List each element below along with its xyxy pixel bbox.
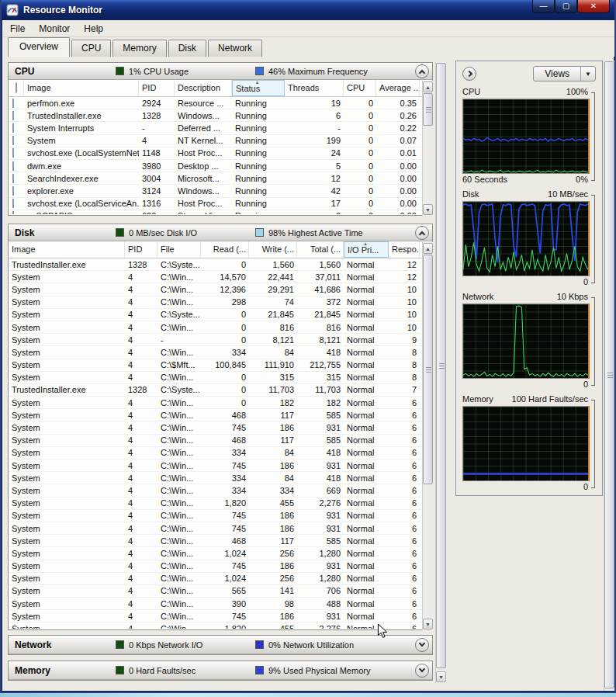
cpu-column-header-average[interactable]: Average ... <box>376 80 420 96</box>
window-right-scrollbar-thumb[interactable] <box>604 61 614 688</box>
cell-total: 931 <box>297 524 344 533</box>
cell-cpu: 0 <box>344 211 376 214</box>
row-checkbox[interactable] <box>12 148 14 158</box>
disk-collapse-button[interactable] <box>415 226 429 240</box>
cpu-section-header[interactable]: CPU 1% CPU Usage 46% Maximum Frequency <box>9 63 432 80</box>
cell-image: explorer.exe <box>24 186 139 196</box>
cell-description: Resource ... <box>175 99 232 108</box>
scrollbar-grip <box>426 109 431 110</box>
row-checkbox[interactable] <box>12 111 14 120</box>
cell-io-priority: Normal <box>344 435 389 445</box>
views-button-label: Views <box>534 68 580 79</box>
disk-column-header-read[interactable]: Read (... <box>201 241 249 258</box>
cell-description: Desktop ... <box>175 161 232 171</box>
disk-column-header-response[interactable]: Respo... <box>389 241 420 258</box>
cell-image: TrustedInstaller.exe <box>9 385 125 394</box>
disk-column-header-total[interactable]: Total (... <box>297 241 344 258</box>
left-pane-scrollbar-thumb[interactable] <box>436 63 446 668</box>
cell-read: 0 <box>201 260 249 269</box>
cell-image: System <box>9 586 125 595</box>
row-checkbox[interactable] <box>12 174 14 183</box>
cell-threads: 19 <box>285 99 344 108</box>
menu-item-help[interactable]: Help <box>77 22 110 36</box>
cpu-column-header-status[interactable]: ▴Status <box>232 80 285 96</box>
disk-column-header-write[interactable]: Write (... <box>249 241 297 258</box>
cpu-column-header-pid[interactable]: PID <box>139 80 175 96</box>
network-expand-button[interactable] <box>415 638 429 652</box>
cpu-graph-title: CPU <box>462 87 480 99</box>
disk-column-header-file[interactable]: File <box>157 241 201 258</box>
tab-memory[interactable]: Memory <box>112 40 166 57</box>
disk-column-header-io-priority[interactable]: ▴I/O Pri... <box>344 241 389 258</box>
row-checkbox[interactable] <box>12 199 14 208</box>
maximize-button[interactable]: ▢ <box>555 0 577 13</box>
minimize-button[interactable]: — <box>532 0 555 13</box>
network-section-header[interactable]: Network 0 Kbps Network I/O 0% Network Ut… <box>9 636 432 654</box>
window-right-scrollbar[interactable] <box>604 61 614 691</box>
row-checkbox[interactable] <box>12 99 14 108</box>
cell-pid: 4 <box>125 398 157 407</box>
cell-image: System <box>9 498 125 508</box>
tab-overview[interactable]: Overview <box>8 37 70 57</box>
cell-file: - <box>157 335 201 345</box>
cpu-usage-swatch <box>116 67 124 75</box>
menu-item-file[interactable]: File <box>3 22 32 36</box>
row-checkbox[interactable] <box>12 211 14 214</box>
chevron-down-icon <box>419 640 425 646</box>
row-checkbox[interactable] <box>12 161 14 171</box>
cell-write: 186 <box>249 561 297 570</box>
memory-section-title: Memory <box>15 665 116 676</box>
cpu-select-all-column[interactable] <box>9 80 24 96</box>
cpu-column-header-description[interactable]: Description <box>175 80 232 96</box>
cpu-table-scrollbar[interactable]: ▲ ▼ <box>422 81 433 216</box>
tab-cpu[interactable]: CPU <box>71 40 111 57</box>
memory-section-header[interactable]: Memory 0 Hard Faults/sec 9% Used Physica… <box>9 661 432 680</box>
tab-disk[interactable]: Disk <box>168 40 206 57</box>
cpu-table-row: SearchIndexer.exe 3004 Microsoft... Runn… <box>9 172 423 185</box>
views-button[interactable]: Views ▼ <box>533 66 596 81</box>
scroll-down-icon[interactable]: ▼ <box>423 204 433 215</box>
cell-cpu: 0 <box>344 174 376 183</box>
cell-io-priority: Normal <box>344 486 389 495</box>
cell-file: C:\Win... <box>157 461 201 470</box>
tab-network[interactable]: Network <box>208 40 262 57</box>
views-dropdown-arrow-icon[interactable]: ▼ <box>580 67 595 81</box>
cell-total: 8,121 <box>297 335 344 345</box>
disk-column-header-pid[interactable]: PID <box>125 241 157 258</box>
cell-total: 1,280 <box>297 574 344 583</box>
row-checkbox[interactable] <box>12 123 14 133</box>
memory-expand-button[interactable] <box>415 664 429 678</box>
cell-response: 6 <box>389 549 420 558</box>
disk-section-header[interactable]: Disk 0 MB/sec Disk I/O 98% Highest Activ… <box>9 224 432 241</box>
cpu-scrollbar-thumb[interactable] <box>423 93 433 126</box>
disk-active-indicator: 98% Highest Active Time <box>255 228 415 238</box>
row-checkbox[interactable] <box>12 186 14 196</box>
cell-io-priority: Normal <box>344 272 389 282</box>
row-checkbox[interactable] <box>12 136 14 145</box>
disk-scrollbar-thumb[interactable] <box>423 255 433 484</box>
cell-image: System <box>9 435 125 445</box>
disk-table-scrollbar[interactable]: ▲ ▼ <box>422 242 433 630</box>
menu-item-monitor[interactable]: Monitor <box>32 22 77 36</box>
disk-column-header-image[interactable]: Image <box>9 241 125 258</box>
cell-response: 6 <box>389 574 420 583</box>
cpu-collapse-button[interactable] <box>415 64 429 78</box>
panel-collapse-button[interactable] <box>462 67 476 81</box>
cpu-column-header-image[interactable]: Image <box>24 80 139 96</box>
cpu-column-header-cpu[interactable]: CPU <box>344 80 376 96</box>
cell-read: 100,845 <box>201 360 249 369</box>
network-io-swatch <box>116 640 124 649</box>
cpu-column-header-threads[interactable]: Threads <box>285 80 344 96</box>
cell-image: System <box>9 473 125 483</box>
scroll-down-icon[interactable]: ▼ <box>423 619 433 629</box>
close-button[interactable]: ✕ <box>577 0 610 13</box>
left-pane-scrollbar[interactable]: ▼ <box>435 62 446 683</box>
scroll-up-icon[interactable]: ▲ <box>423 81 433 92</box>
select-all-checkbox[interactable] <box>16 82 17 93</box>
network-utilization-text: 0% Network Utilization <box>268 640 354 650</box>
scroll-down-icon[interactable]: ▼ <box>436 671 446 682</box>
memory-used-text: 9% Used Physical Memory <box>268 666 370 675</box>
cell-pid: 1148 <box>139 148 175 158</box>
cell-pid: 620 <box>139 211 175 214</box>
scroll-up-icon[interactable]: ▲ <box>423 243 433 254</box>
